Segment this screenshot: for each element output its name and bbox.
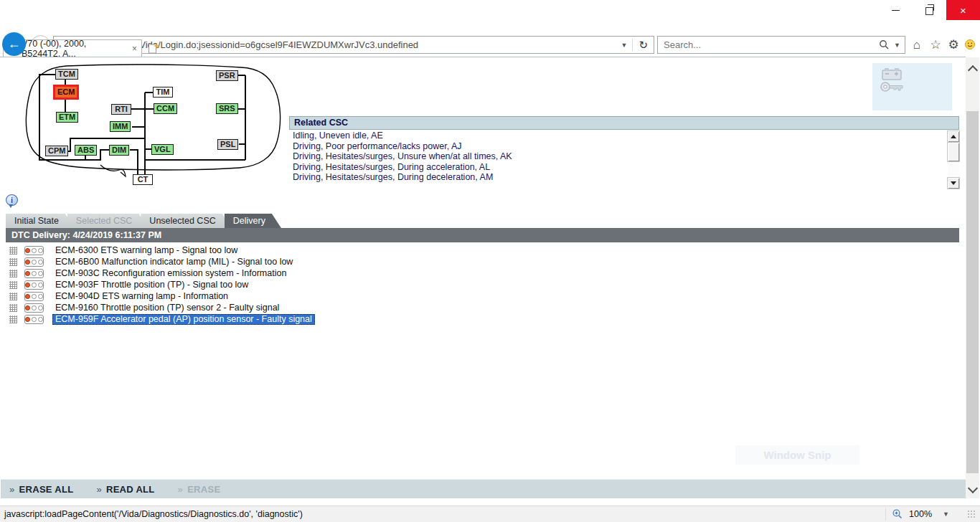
dtc-row[interactable]: ECM-9160 Throttle position (TP) sensor 2… [6, 302, 959, 313]
action-button[interactable]: » READ ALL [96, 484, 154, 495]
zoom-magnifier-icon[interactable] [892, 508, 903, 520]
zoom-dropdown-icon[interactable]: ▼ [938, 511, 954, 518]
main-scrollbar-thumb[interactable] [966, 111, 979, 473]
dtc-label[interactable]: ECM-903C Reconfiguration emission system… [52, 268, 289, 279]
home-icon[interactable]: ⌂ [908, 37, 925, 54]
dtc-row[interactable]: ECM-903F Throttle position (TP) - Signal… [6, 279, 959, 290]
favorites-star-icon[interactable]: ☆ [927, 37, 944, 54]
dtc-row[interactable]: ECM-904D ETS warning lamp - Information [6, 290, 959, 302]
vehicle-status-panel [872, 63, 952, 110]
ecu-node[interactable]: VGL [151, 144, 174, 155]
ecu-node[interactable]: IMM [110, 121, 131, 132]
new-tab-button[interactable] [146, 41, 161, 56]
related-csc-item[interactable]: Driving, Hesitates/surges, Unsure when/a… [289, 151, 946, 162]
search-box: ▼ [657, 36, 905, 54]
related-csc-item[interactable]: Driving, Poor performance/lacks power, A… [289, 141, 946, 152]
drag-grid-icon[interactable] [9, 281, 17, 289]
status-link-text: javascript:loadPageContent('/Vida/Diagno… [0, 509, 303, 519]
refresh-icon[interactable]: ↻ [633, 39, 654, 52]
status-bar: javascript:loadPageContent('/Vida/Diagno… [0, 506, 980, 522]
ecu-node[interactable]: ECM [53, 85, 79, 100]
ie-window: × ← → http://localhost/Vida/Login.do;jse… [0, 0, 980, 522]
dtc-row[interactable]: ECM-6B00 Malfunction indicator lamp (MIL… [6, 256, 959, 267]
ecu-node[interactable]: PSR [216, 70, 238, 81]
drag-grid-icon[interactable] [9, 258, 17, 266]
related-csc-item[interactable]: Driving, Hesitates/surges, During decele… [289, 172, 946, 183]
dtc-status-lamp-icon [24, 315, 44, 324]
autocomplete-dropdown-icon[interactable]: ▼ [616, 42, 633, 49]
drag-grid-icon[interactable] [9, 315, 17, 323]
ecu-node[interactable]: TCM [55, 69, 78, 80]
dtc-row[interactable]: ECM-959F Accelerator pedal (AP) position… [6, 313, 959, 325]
dtc-label[interactable]: ECM-903F Throttle position (TP) - Signal… [52, 280, 251, 290]
ecu-nodes-layer: TCMECMETMRTIIMMTIMCCMCPMABSDIMVGLPSRSRSP… [20, 63, 283, 191]
restore-icon [925, 7, 933, 15]
drag-grid-icon[interactable] [9, 293, 17, 300]
tab[interactable]: Unselected CSC [141, 214, 231, 228]
ecu-node[interactable]: DIM [109, 145, 129, 156]
minimize-icon [892, 10, 900, 11]
ecu-node[interactable]: SRS [216, 103, 238, 114]
dtc-label[interactable]: ECM-904D ETS warning lamp - Information [52, 291, 231, 302]
feedback-smiley-icon[interactable] [961, 38, 979, 55]
dtc-status-lamp-icon [24, 280, 44, 290]
dtc-label[interactable]: ECM-6300 ETS warning lamp - Signal too l… [52, 245, 240, 256]
ecu-node[interactable]: ETM [56, 112, 78, 123]
triangle-up-icon [951, 135, 956, 138]
ecu-node[interactable]: CT [133, 174, 153, 185]
related-csc-item[interactable]: Driving, Hesitates/surges, During accele… [289, 162, 946, 173]
related-csc-item[interactable]: Idling, Uneven idle, AE [289, 130, 946, 141]
csc-scroll-up-button[interactable] [948, 131, 959, 142]
info-icon[interactable]: i [6, 194, 18, 206]
ecu-node[interactable]: RTI [111, 104, 131, 115]
search-icon[interactable] [879, 39, 890, 50]
tab[interactable]: Initial State [6, 214, 75, 228]
resize-grip[interactable] [967, 510, 976, 518]
ecu-node[interactable]: CCM [154, 103, 177, 114]
ecu-node[interactable]: CPM [45, 146, 68, 156]
dtc-label[interactable]: ECM-6B00 Malfunction indicator lamp (MIL… [52, 257, 296, 267]
dtc-row[interactable]: ECM-6300 ETS warning lamp - Signal too l… [6, 245, 959, 256]
vehicle-network-diagram: TCMECMETMRTIIMMTIMCCMCPMABSDIMVGLPSRSRSP… [20, 63, 283, 191]
address-bar[interactable]: http://localhost/Vida/Login.do;jsessioni… [53, 36, 654, 54]
action-arrow-icon: » [178, 484, 184, 495]
back-arrow-icon: ← [8, 37, 21, 52]
action-label: ERASE [187, 484, 220, 495]
search-input[interactable] [658, 39, 879, 51]
key-icon [880, 79, 905, 98]
drag-grid-icon[interactable] [9, 247, 17, 255]
action-arrow-icon: » [9, 484, 15, 495]
csc-scroll-thumb[interactable] [948, 143, 959, 161]
related-csc-header: Related CSC [289, 116, 959, 130]
back-button[interactable]: ← [2, 32, 26, 56]
dtc-list: ECM-6300 ETS warning lamp - Signal too l… [6, 245, 959, 325]
action-button: » ERASE [178, 484, 221, 495]
related-csc-list: Idling, Uneven idle, AEDriving, Poor per… [289, 130, 946, 189]
navigation-bar: ← → http://localhost/Vida/Login.do;jsess… [0, 16, 980, 40]
action-arrow-icon: » [96, 484, 102, 495]
ecu-node[interactable]: PSL [217, 139, 238, 150]
dtc-row[interactable]: ECM-903C Reconfiguration emission system… [6, 267, 959, 279]
action-bar: » ERASE ALL » READ ALL » ERASE [1, 479, 966, 498]
close-icon: × [960, 4, 966, 16]
ecu-node[interactable]: TIM [153, 87, 173, 98]
ecu-node[interactable]: ABS [75, 145, 97, 156]
search-dropdown-icon[interactable]: ▼ [894, 42, 900, 49]
drag-grid-icon[interactable] [9, 304, 17, 312]
delivery-tab-strip: Initial StateSelected CSCUnselected CSCD… [6, 214, 274, 228]
dtc-status-lamp-icon [24, 292, 44, 301]
csc-scrollbar[interactable] [948, 131, 959, 189]
dtc-status-lamp-icon [24, 303, 44, 313]
dtc-delivery-header: DTC Delivery: 4/24/2019 6:11:37 PM [6, 228, 959, 242]
action-button[interactable]: » ERASE ALL [9, 484, 73, 495]
drag-grid-icon[interactable] [9, 270, 17, 277]
zoom-level[interactable]: 100% [909, 509, 932, 519]
dtc-label[interactable]: ECM-959F Accelerator pedal (AP) position… [52, 314, 315, 325]
dtc-label[interactable]: ECM-9160 Throttle position (TP) sensor 2… [52, 303, 282, 313]
tab[interactable]: Selected CSC [67, 214, 149, 228]
tab[interactable]: Delivery [225, 214, 281, 228]
csc-scroll-down-button[interactable] [948, 178, 959, 189]
triangle-down-icon [951, 181, 956, 185]
settings-gear-icon[interactable]: ⚙ [945, 37, 962, 54]
tab-close-icon[interactable]: × [132, 44, 137, 54]
